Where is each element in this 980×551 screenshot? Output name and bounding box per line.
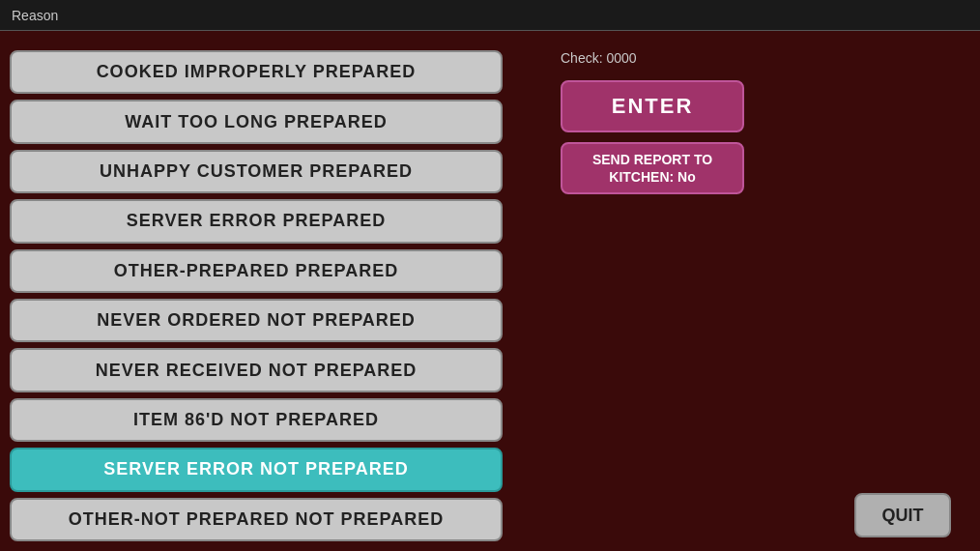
reason-btn-other-prepared[interactable]: OTHER-PREPARED PREPARED (10, 249, 503, 293)
quit-button[interactable]: QUIT (854, 493, 951, 537)
reason-btn-never-received[interactable]: NEVER RECEIVED NOT PREPARED (10, 348, 503, 392)
reason-btn-wait-too-long[interactable]: WAIT TOO LONG PREPARED (10, 100, 503, 143)
reason-btn-item-86d[interactable]: ITEM 86'D NOT PREPARED (10, 398, 503, 442)
left-panel: COOKED IMPROPERLY PREPAREDWAIT TOO LONG … (10, 41, 551, 541)
reason-btn-server-error-prepared[interactable]: SERVER ERROR PREPARED (10, 199, 503, 243)
enter-button[interactable]: ENTER (561, 80, 744, 132)
reason-btn-unhappy-customer[interactable]: UNHAPPY CUSTOMER PREPARED (10, 150, 503, 193)
send-report-button[interactable]: SEND REPORT TO KITCHEN: No (561, 142, 744, 194)
reason-btn-other-not-prepared[interactable]: OTHER-NOT PREPARED NOT PREPARED (10, 498, 503, 541)
reason-label: Reason (12, 8, 58, 23)
right-panel: Check: 0000 ENTER SEND REPORT TO KITCHEN… (561, 41, 970, 541)
reason-btn-never-ordered[interactable]: NEVER ORDERED NOT PREPARED (10, 299, 503, 342)
reason-btn-server-error-not-prepared[interactable]: SERVER ERROR NOT PREPARED (10, 448, 503, 491)
reason-btn-cooked-improperly[interactable]: COOKED IMPROPERLY PREPARED (10, 50, 503, 94)
check-label: Check: 0000 (561, 50, 637, 66)
main-content: COOKED IMPROPERLY PREPAREDWAIT TOO LONG … (0, 31, 980, 551)
top-bar: Reason (0, 0, 980, 31)
